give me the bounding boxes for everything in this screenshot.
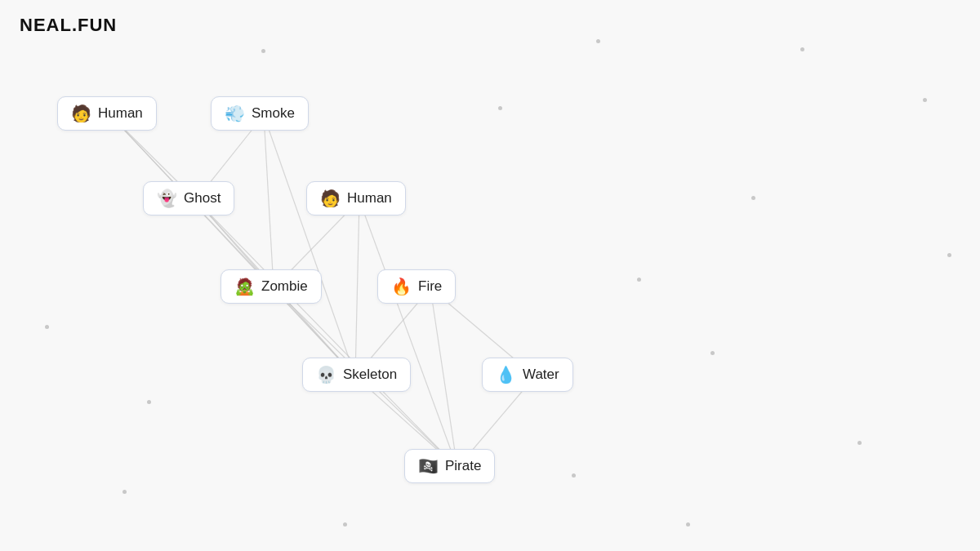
background-dot: [498, 106, 502, 110]
background-dot: [710, 351, 715, 355]
element-card-human2[interactable]: 🧑Human: [306, 181, 406, 216]
background-dot: [122, 490, 127, 494]
background-dot: [947, 253, 951, 257]
connection-line: [196, 200, 457, 468]
element-card-pirate[interactable]: 🏴‍☠️Pirate: [404, 449, 495, 483]
element-label: Skeleton: [343, 367, 397, 383]
element-label: Fire: [418, 278, 442, 295]
element-emoji: 👻: [157, 190, 177, 207]
element-card-zombie[interactable]: 🧟Zombie: [220, 269, 322, 304]
element-label: Smoke: [252, 105, 295, 122]
background-dot: [572, 473, 576, 478]
element-label: Pirate: [445, 458, 481, 474]
background-dot: [858, 441, 862, 445]
connection-line: [264, 115, 274, 288]
site-logo: NEAL.FUN: [20, 15, 117, 36]
element-card-human1[interactable]: 🧑Human: [57, 96, 157, 131]
element-emoji: 💧: [496, 367, 516, 383]
element-card-smoke[interactable]: 💨Smoke: [211, 96, 309, 131]
element-label: Zombie: [261, 278, 308, 295]
element-emoji: 💀: [316, 367, 336, 383]
element-card-skeleton[interactable]: 💀Skeleton: [302, 358, 411, 392]
element-label: Ghost: [184, 190, 220, 207]
element-card-water[interactable]: 💧Water: [482, 358, 573, 392]
element-emoji: 💨: [225, 105, 245, 122]
element-emoji: 🏴‍☠️: [418, 458, 439, 474]
connection-line: [355, 200, 359, 376]
background-dot: [147, 400, 151, 404]
element-label: Human: [347, 190, 392, 207]
background-dot: [45, 325, 49, 329]
element-emoji: 🧟: [234, 278, 255, 295]
connection-line: [264, 115, 355, 376]
element-card-ghost[interactable]: 👻Ghost: [143, 181, 234, 216]
background-dot: [686, 522, 690, 527]
background-dot: [596, 39, 600, 43]
connection-line: [110, 115, 355, 376]
element-card-fire[interactable]: 🔥Fire: [377, 269, 456, 304]
background-dot: [923, 98, 927, 102]
background-dot: [343, 522, 347, 527]
element-label: Water: [523, 367, 559, 383]
background-dot: [261, 49, 265, 53]
connection-line: [430, 288, 457, 468]
background-dot: [637, 278, 641, 282]
element-emoji: 🔥: [391, 278, 412, 295]
background-dot: [800, 47, 804, 51]
element-label: Human: [98, 105, 143, 122]
connection-line: [359, 200, 457, 468]
element-emoji: 🧑: [71, 105, 91, 122]
background-dot: [751, 196, 755, 200]
element-emoji: 🧑: [320, 190, 341, 207]
